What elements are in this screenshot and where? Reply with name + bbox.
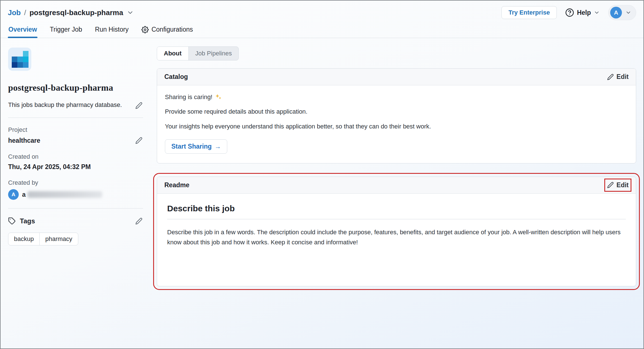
readme-edit-label: Edit — [617, 181, 629, 189]
sparkles-icon — [215, 93, 222, 101]
created-by-section: Created by A a — [8, 179, 143, 200]
help-circle-icon — [565, 8, 574, 17]
start-sharing-button[interactable]: Start Sharing → — [165, 139, 227, 154]
job-nav-tabs: Overview Trigger Job Run History Configu… — [1, 22, 643, 38]
created-by-avatar: A — [8, 189, 19, 200]
edit-description-pencil-icon[interactable] — [135, 101, 143, 110]
breadcrumb-separator: / — [24, 8, 26, 17]
user-menu[interactable]: A — [608, 5, 636, 20]
page-layout: postgresql-backup-pharma This jobs backu… — [1, 38, 643, 348]
project-value: healthcare — [8, 137, 40, 144]
catalog-edit-label: Edit — [617, 73, 629, 81]
created-on-section: Created on Thu, 24 Apr 2025, 04:32 PM — [8, 153, 143, 171]
breadcrumb-job-link[interactable]: Job — [8, 8, 21, 17]
created-by-value: a — [22, 191, 26, 198]
main-content: About Job Pipelines Catalog Edit Sh — [151, 38, 643, 303]
readme-annotation-rect: Readme Edit Describe this job — [157, 177, 636, 286]
tab-overview-label: Overview — [8, 26, 37, 33]
topbar: Job / postgresql-backup-pharma Try Enter… — [1, 1, 643, 22]
tags-section-header: Tags — [8, 217, 143, 225]
readme-card-header: Readme Edit — [157, 177, 636, 194]
catalog-line3: Your insights help everyone understand t… — [165, 121, 628, 132]
job-sidebar: postgresql-backup-pharma This jobs backu… — [1, 38, 151, 245]
app-window: Job / postgresql-backup-pharma Try Enter… — [0, 0, 644, 349]
chevron-down-icon — [594, 10, 600, 16]
readme-edit-button[interactable]: Edit — [607, 181, 629, 189]
readme-title: Readme — [164, 181, 189, 189]
toggle-job-pipelines[interactable]: Job Pipelines — [189, 47, 239, 60]
chevron-down-icon[interactable] — [127, 9, 134, 16]
pencil-icon — [607, 182, 614, 188]
help-menu[interactable]: Help — [565, 8, 600, 17]
created-by-redacted-text — [27, 191, 102, 198]
toggle-about[interactable]: About — [157, 47, 189, 60]
readme-edit-annotation-rect: Edit — [607, 181, 629, 189]
catalog-line2: Provide some required details about this… — [165, 107, 628, 117]
edit-tags-pencil-icon[interactable] — [135, 217, 143, 225]
created-on-value: Thu, 24 Apr 2025, 04:32 PM — [8, 163, 143, 171]
tab-configurations[interactable]: Configurations — [141, 23, 193, 38]
readme-paragraph: Describe this job in a few words. The de… — [167, 227, 626, 248]
catalog-intro-text: Sharing is caring! — [165, 92, 212, 102]
avatar: A — [610, 7, 622, 18]
job-logo-icon — [8, 48, 31, 71]
chevron-down-icon — [625, 10, 631, 16]
tab-run-history-label: Run History — [95, 26, 129, 33]
tag-chip[interactable]: pharmacy — [39, 233, 78, 245]
readme-heading-divider — [167, 219, 626, 219]
readme-heading: Describe this job — [167, 204, 626, 213]
start-sharing-label: Start Sharing — [171, 143, 212, 150]
tag-chip[interactable]: backup — [8, 233, 39, 245]
readme-card: Readme Edit Describe this job — [157, 177, 636, 286]
breadcrumb: Job / postgresql-backup-pharma — [8, 8, 134, 17]
try-enterprise-button[interactable]: Try Enterprise — [501, 6, 557, 19]
tab-configurations-label: Configurations — [151, 26, 193, 33]
created-on-label: Created on — [8, 153, 143, 160]
edit-project-pencil-icon[interactable] — [135, 136, 143, 145]
tab-run-history[interactable]: Run History — [94, 23, 129, 38]
job-description: This jobs backup the pharmacy database. — [8, 101, 122, 109]
job-description-row: This jobs backup the pharmacy database. — [8, 101, 143, 110]
catalog-card: Catalog Edit Sharing is caring! — [157, 68, 636, 163]
sidebar-divider — [8, 118, 143, 118]
catalog-body: Sharing is caring! Provide some required… — [157, 85, 636, 163]
catalog-edit-button[interactable]: Edit — [607, 73, 629, 81]
tab-overview[interactable]: Overview — [8, 23, 37, 38]
about-pipelines-toggle: About Job Pipelines — [157, 46, 239, 60]
tab-trigger-job-label: Trigger Job — [50, 26, 82, 33]
tag-icon — [8, 217, 16, 225]
help-label: Help — [577, 9, 591, 17]
catalog-card-header: Catalog Edit — [157, 69, 636, 85]
pencil-icon — [607, 74, 614, 80]
sidebar-divider — [8, 208, 143, 209]
catalog-title: Catalog — [164, 73, 188, 81]
tag-list: backup pharmacy — [8, 233, 78, 245]
tab-trigger-job[interactable]: Trigger Job — [49, 23, 82, 38]
project-section: Project healthcare — [8, 126, 143, 145]
job-title: postgresql-backup-pharma — [8, 83, 143, 93]
created-by-label: Created by — [8, 179, 143, 186]
arrow-right-icon: → — [214, 143, 221, 150]
page-title: postgresql-backup-pharma — [29, 8, 123, 17]
project-label: Project — [8, 126, 143, 133]
topbar-actions: Try Enterprise Help A — [501, 5, 636, 20]
gear-icon — [141, 26, 149, 33]
readme-body: Describe this job Describe this job in a… — [157, 194, 636, 286]
tags-label: Tags — [20, 217, 131, 225]
